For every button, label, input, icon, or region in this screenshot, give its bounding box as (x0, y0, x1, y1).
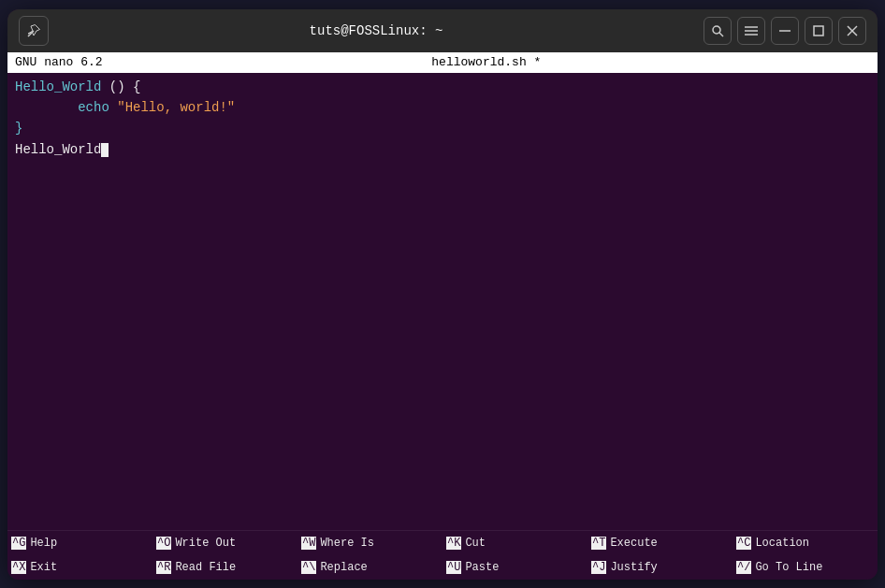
code-line-2: echo "Hello, world!" (15, 97, 870, 118)
shortcut-where-is[interactable]: ^W Where Is (297, 537, 442, 550)
svg-point-1 (713, 26, 720, 34)
shortcut-key-replace: ^\ (301, 561, 316, 574)
shortcut-label-where-is: Where Is (320, 537, 374, 550)
shortcut-key-location: ^C (736, 537, 751, 550)
code-line-1: Hello_World () { (15, 77, 870, 97)
shortcut-key-cut: ^K (446, 537, 461, 550)
shortcut-go-to-line[interactable]: ^/ Go To Line (733, 561, 878, 574)
shortcut-help[interactable]: ^G Help (7, 537, 152, 550)
shortcut-cut[interactable]: ^K Cut (442, 537, 588, 550)
shortcut-location[interactable]: ^C Location (733, 537, 878, 550)
shortcut-label-read-file: Read File (175, 561, 236, 574)
nano-version: GNU nano 6.2 (15, 55, 103, 69)
shortcut-label-help: Help (30, 537, 57, 550)
maximize-button[interactable] (805, 17, 833, 45)
svg-rect-7 (814, 26, 823, 36)
shortcut-row-1: ^G Help ^O Write Out ^W Where Is ^K Cut … (7, 531, 878, 555)
shortcut-key-go-to-line: ^/ (736, 561, 751, 574)
shortcut-execute[interactable]: ^T Execute (588, 537, 733, 550)
code-line-5: Hello_World (15, 139, 870, 160)
shortcut-key-execute: ^T (591, 537, 606, 550)
search-button[interactable] (704, 17, 732, 45)
shortcut-write-out[interactable]: ^O Write Out (152, 537, 297, 550)
shortcut-label-cut: Cut (465, 537, 486, 550)
shortcut-bar: ^G Help ^O Write Out ^W Where Is ^K Cut … (7, 530, 878, 580)
pin-icon[interactable] (19, 16, 49, 46)
shortcut-label-justify: Justify (610, 561, 657, 574)
shortcut-read-file[interactable]: ^R Read File (152, 561, 297, 574)
shortcut-key-justify: ^J (591, 561, 606, 574)
shortcut-label-write-out: Write Out (175, 537, 236, 550)
close-button[interactable] (838, 17, 866, 45)
shortcut-row-2: ^X Exit ^R Read File ^\ Replace ^U Paste… (7, 555, 878, 580)
shortcut-label-exit: Exit (30, 561, 57, 574)
editor-area[interactable]: Hello_World () { echo "Hello, world!" } … (7, 73, 878, 530)
nano-header: GNU nano 6.2 helloworld.sh * (7, 52, 878, 73)
shortcut-label-location: Location (755, 537, 809, 550)
shortcut-exit[interactable]: ^X Exit (7, 561, 152, 574)
titlebar: tuts@FOSSLinux: ~ (7, 9, 878, 52)
window-controls (704, 17, 866, 45)
shortcut-label-replace: Replace (320, 561, 367, 574)
nano-filename: helloworld.sh * (431, 55, 541, 69)
menu-button[interactable] (737, 17, 765, 45)
shortcut-key-read-file: ^R (156, 561, 171, 574)
terminal-window: tuts@FOSSLinux: ~ (7, 9, 878, 580)
shortcut-label-go-to-line: Go To Line (755, 561, 822, 574)
shortcut-key-exit: ^X (11, 561, 26, 574)
shortcut-replace[interactable]: ^\ Replace (297, 561, 442, 574)
window-title: tuts@FOSSLinux: ~ (49, 23, 704, 38)
shortcut-key-where-is: ^W (301, 537, 316, 550)
shortcut-key-help: ^G (11, 537, 26, 550)
shortcut-justify[interactable]: ^J Justify (588, 561, 733, 574)
shortcut-label-execute: Execute (610, 537, 657, 550)
shortcut-key-write-out: ^O (156, 537, 171, 550)
shortcut-paste[interactable]: ^U Paste (442, 561, 588, 574)
shortcut-label-paste: Paste (465, 561, 499, 574)
shortcut-key-paste: ^U (446, 561, 461, 574)
minimize-button[interactable] (771, 17, 799, 45)
svg-line-2 (719, 33, 723, 36)
code-line-3: } (15, 118, 870, 138)
